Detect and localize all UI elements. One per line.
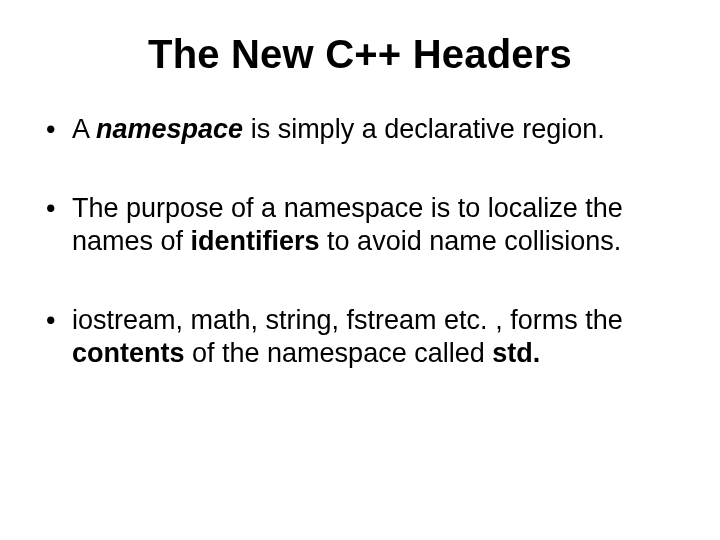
bullet-text-mid: of the namespace called [185, 338, 493, 368]
bullet-emphasis: identifiers [191, 226, 320, 256]
bullet-emphasis: contents [72, 338, 185, 368]
slide-title: The New C++ Headers [40, 32, 680, 77]
list-item: A namespace is simply a declarative regi… [40, 113, 680, 146]
slide: The New C++ Headers A namespace is simpl… [0, 0, 720, 540]
bullet-emphasis: namespace [96, 114, 243, 144]
list-item: The purpose of a namespace is to localiz… [40, 192, 680, 258]
bullet-text-pre: iostream, math, string, fstream etc. , f… [72, 305, 623, 335]
bullet-emphasis: std. [492, 338, 540, 368]
bullet-text-post: is simply a declarative region. [243, 114, 605, 144]
slide-body: A namespace is simply a declarative regi… [40, 113, 680, 370]
bullet-text-pre: A [72, 114, 96, 144]
bullet-text-post: to avoid name collisions. [320, 226, 622, 256]
bullet-list: A namespace is simply a declarative regi… [40, 113, 680, 370]
list-item: iostream, math, string, fstream etc. , f… [40, 304, 680, 370]
